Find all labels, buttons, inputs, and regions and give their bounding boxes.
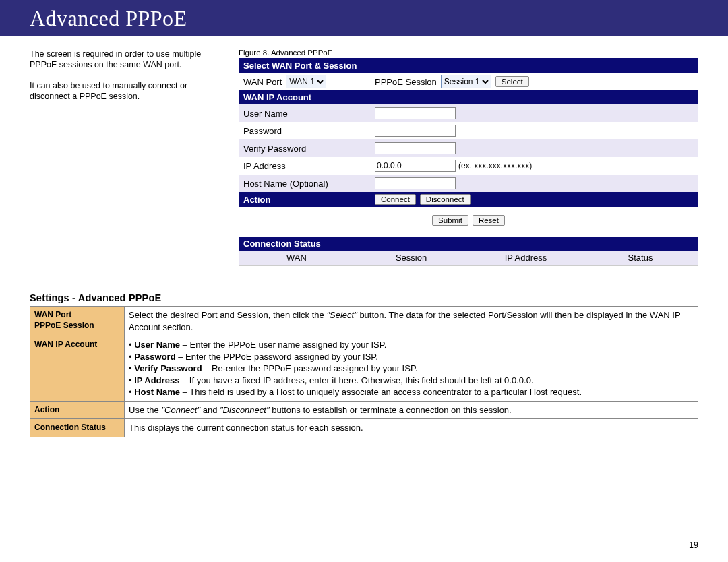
config-panel: Select WAN Port & Session WAN Port WAN 1… [239,58,698,276]
ip-address-label: IP Address [243,161,375,171]
status-col-status: Status [583,253,698,263]
settings-val-wanip: User Name – Enter the PPPoE user name as… [125,336,698,402]
reset-button[interactable]: Reset [473,215,505,226]
intro-paragraph-2: It can also be used to manually connect … [30,80,226,102]
pppoe-session-select[interactable]: Session 1 [441,75,491,88]
table-row: WAN IP Account User Name – Enter the PPP… [30,336,698,402]
password-input[interactable] [375,125,456,137]
section-header-select: Select WAN Port & Session [239,59,698,73]
status-columns: WAN Session IP Address Status [239,251,698,265]
verify-password-input[interactable] [375,142,456,154]
pppoe-session-label: PPPoE Session [375,77,437,87]
table-row: Action Use the "Connect" and "Disconnect… [30,401,698,419]
status-col-session: Session [354,253,468,263]
status-col-wan: WAN [239,253,354,263]
settings-key-connstatus: Connection Status [30,419,125,437]
disconnect-button[interactable]: Disconnect [420,194,471,205]
host-name-label: Host Name (Optional) [243,179,375,189]
submit-button[interactable]: Submit [432,215,468,226]
user-name-input[interactable] [375,107,456,119]
figure-caption: Figure 8. Advanced PPPoE [239,49,698,57]
status-col-ip: IP Address [468,253,583,263]
page-title: Advanced PPPoE [30,6,187,31]
table-row: Connection Status This displays the curr… [30,419,698,437]
section-header-connstatus: Connection Status [239,237,698,251]
select-button[interactable]: Select [495,76,529,87]
settings-table: WAN Port PPPoE Session Select the desire… [30,306,698,437]
page-number: 19 [689,540,698,550]
table-row: WAN Port PPPoE Session Select the desire… [30,307,698,336]
settings-val-connstatus: This displays the current connection sta… [125,419,698,437]
user-name-label: User Name [243,108,375,119]
verify-password-label: Verify Password [243,144,375,154]
section-header-wanip: WAN IP Account [239,90,698,104]
settings-key-action: Action [30,401,125,419]
section-header-action: Action Connect Disconnect [239,192,698,207]
ip-address-hint: (ex. xxx.xxx.xxx.xxx) [458,161,532,170]
wan-port-label: WAN Port [243,77,282,87]
intro-paragraph-1: The screen is required in order to use m… [30,49,226,71]
wan-port-select[interactable]: WAN 1 [286,75,326,88]
title-bar: Advanced PPPoE [0,0,728,36]
ip-address-input[interactable] [375,160,456,172]
status-body [239,265,698,276]
host-name-input[interactable] [375,177,456,189]
settings-val-action: Use the "Connect" and "Disconnect" butto… [125,401,698,419]
settings-key-wanip: WAN IP Account [30,336,125,402]
connect-button[interactable]: Connect [375,194,416,205]
intro-text: The screen is required in order to use m… [30,49,239,111]
settings-val-wanport: Select the desired Port and Session, the… [125,307,698,336]
password-label: Password [243,126,375,136]
settings-heading: Settings - Advanced PPPoE [30,292,698,303]
settings-key-wanport: WAN Port PPPoE Session [30,307,125,336]
